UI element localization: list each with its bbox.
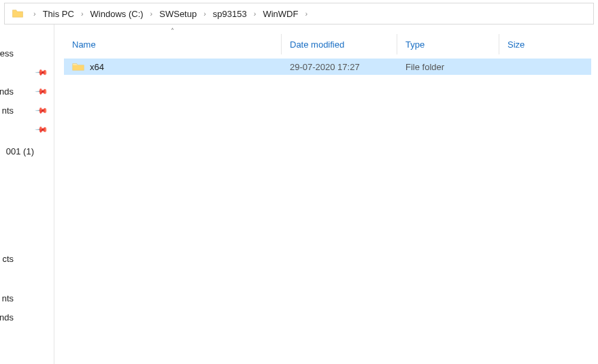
column-label: Type	[405, 39, 425, 50]
file-list-area[interactable]: ˄ Name Date modified Type Size x64 29-07…	[54, 24, 598, 364]
breadcrumb-this-pc[interactable]: This PC	[40, 3, 77, 24]
chevron-right-icon[interactable]: ›	[77, 10, 88, 18]
sidebar-item[interactable]: cts	[0, 249, 54, 268]
sidebar[interactable]: ess 📌 nds 📌 nts 📌 📌 001 (1) cts nts	[0, 24, 54, 364]
breadcrumb-sp93153[interactable]: sp93153	[210, 3, 250, 24]
breadcrumb-root-icon[interactable]	[9, 3, 29, 24]
file-name-cell[interactable]: x64	[64, 59, 282, 75]
sidebar-item-label: nds	[0, 312, 14, 322]
sidebar-item-label: 001 (1)	[0, 146, 34, 156]
breadcrumb[interactable]: › This PC › Windows (C:) › SWSetup › sp9…	[4, 3, 594, 24]
chevron-right-icon[interactable]: ›	[199, 10, 210, 18]
file-type-cell: File folder	[397, 59, 499, 75]
chevron-right-icon[interactable]: ›	[29, 10, 40, 18]
breadcrumb-winwdf[interactable]: WinWDF	[260, 3, 301, 24]
folder-icon	[12, 7, 24, 20]
column-header-size[interactable]: Size	[499, 34, 591, 54]
file-date-cell: 29-07-2020 17:27	[282, 59, 397, 75]
file-size-cell	[499, 59, 591, 75]
pin-icon: 📌	[35, 65, 49, 80]
column-header-name[interactable]: ˄ Name	[64, 34, 282, 54]
folder-icon	[72, 62, 84, 71]
sidebar-item[interactable]: nts 📌	[0, 101, 54, 120]
sidebar-item[interactable]: nds	[0, 308, 54, 327]
sort-ascending-icon: ˄	[171, 27, 174, 35]
sidebar-item[interactable]: nts	[0, 288, 54, 308]
column-label: Size	[508, 39, 525, 50]
chevron-right-icon[interactable]: ›	[250, 10, 261, 18]
pin-icon: 📌	[35, 103, 49, 118]
sidebar-item-label: nts	[0, 293, 14, 303]
column-label: Date modified	[290, 39, 344, 50]
chevron-right-icon[interactable]: ›	[301, 10, 312, 18]
sidebar-item[interactable]: 📌	[0, 120, 54, 139]
columns-header: ˄ Name Date modified Type Size	[64, 34, 591, 54]
table-row[interactable]: x64 29-07-2020 17:27 File folder	[64, 59, 591, 75]
column-header-date[interactable]: Date modified	[282, 34, 397, 54]
breadcrumb-windows-c[interactable]: Windows (C:)	[88, 3, 146, 24]
sidebar-item[interactable]: 📌	[0, 63, 54, 82]
sidebar-item[interactable]: ess	[0, 44, 54, 63]
column-header-type[interactable]: Type	[397, 34, 499, 54]
sidebar-item-label: nts	[0, 105, 14, 116]
sidebar-item-label: cts	[0, 254, 14, 264]
sidebar-item-label: ess	[0, 48, 14, 59]
sidebar-item[interactable]: 001 (1)	[0, 142, 54, 161]
sidebar-item-label: nds	[0, 86, 14, 97]
pin-icon: 📌	[35, 84, 49, 99]
column-label: Name	[72, 39, 96, 50]
file-date: 29-07-2020 17:27	[290, 62, 360, 72]
chevron-right-icon[interactable]: ›	[146, 10, 157, 18]
sidebar-item[interactable]: nds 📌	[0, 82, 54, 101]
file-name: x64	[90, 62, 104, 72]
breadcrumb-swsetup[interactable]: SWSetup	[156, 3, 199, 24]
file-type: File folder	[405, 62, 444, 72]
pin-icon: 📌	[35, 122, 49, 137]
